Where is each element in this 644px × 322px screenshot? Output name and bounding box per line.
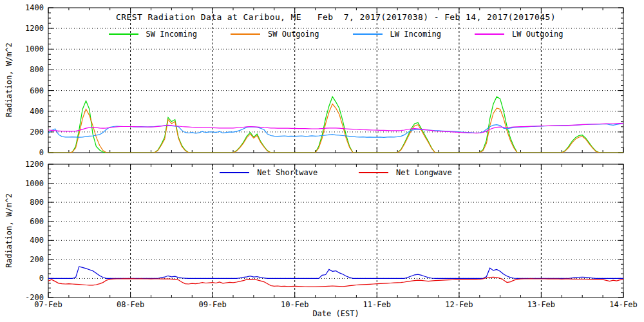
- legend-item: Net Shortwave: [220, 168, 317, 177]
- series-sw-incoming: [48, 97, 623, 153]
- y-axis-label-top: Radiation, W/m^2: [5, 15, 14, 144]
- tick-label: 400: [30, 107, 44, 116]
- legend-line-swatch: [231, 33, 260, 35]
- legend-top: SW IncomingSW OutgoingLW IncomingLW Outg…: [48, 30, 623, 39]
- legend-label: SW Incoming: [146, 30, 197, 39]
- plots-canvas: 0200400600800100012001400-20002004006008…: [0, 0, 644, 322]
- y-tick-labels: 0200400600800100012001400: [25, 3, 44, 157]
- series-net-shortwave: [48, 267, 623, 279]
- tick-label: 800: [30, 198, 44, 207]
- series-net-longwave: [48, 277, 623, 287]
- tick-label: 600: [30, 217, 44, 226]
- plot-frame: [48, 164, 623, 298]
- legend-item: LW Incoming: [353, 30, 441, 39]
- tick-label: 12-Feb: [445, 300, 473, 309]
- tick-label: 0: [39, 274, 44, 283]
- tick-label: 200: [30, 128, 44, 137]
- gridlines-horizontal: [48, 184, 623, 279]
- tick-label: 600: [30, 86, 44, 95]
- legend-label: LW Outgoing: [512, 30, 563, 39]
- legend-line-swatch: [359, 172, 388, 173]
- legend-label: Net Longwave: [396, 168, 452, 177]
- tick-label: 11-Feb: [363, 300, 391, 309]
- legend-line-swatch: [353, 33, 383, 35]
- tick-label: 14-Feb: [609, 300, 637, 309]
- gridlines-horizontal: [48, 28, 623, 132]
- series-lines: [48, 267, 623, 287]
- tick-label: 09-Feb: [198, 300, 226, 309]
- tick-label: 10-Feb: [281, 300, 308, 309]
- tick-label: 1200: [25, 24, 44, 33]
- tick-label: 800: [30, 65, 44, 74]
- x-tick-labels: 07-Feb08-Feb09-Feb10-Feb11-Feb12-Feb13-F…: [34, 300, 637, 309]
- legend-label: SW Outgoing: [268, 30, 319, 39]
- tick-label: 07-Feb: [34, 300, 62, 309]
- plot-panel-bottom: -20002004006008001000120007-Feb08-Feb09-…: [25, 160, 638, 309]
- tick-label: 13-Feb: [527, 300, 555, 309]
- tick-label: 1000: [25, 179, 44, 188]
- x-axis-label: Date (EST): [48, 309, 623, 318]
- chart-title: CREST Radiation Data at Caribou, ME Feb …: [48, 12, 623, 22]
- y-axis-label-bottom: Radiation, W/m^2: [5, 166, 14, 295]
- tick-label: 08-Feb: [117, 300, 144, 309]
- series-lines: [48, 97, 623, 153]
- legend-item: SW Outgoing: [231, 30, 319, 39]
- series-lw-incoming: [48, 124, 623, 138]
- plot-panel-top: 0200400600800100012001400: [25, 3, 623, 157]
- radiation-figure: 0200400600800100012001400-20002004006008…: [0, 0, 644, 322]
- legend-item: LW Outgoing: [475, 30, 563, 39]
- legend-label: LW Incoming: [390, 30, 441, 39]
- legend-line-swatch: [220, 172, 249, 173]
- tick-label: 200: [30, 255, 44, 264]
- legend-item: Net Longwave: [359, 168, 452, 177]
- y-tick-labels: -200020040060080010001200: [25, 160, 44, 302]
- legend-bottom: Net ShortwaveNet Longwave: [48, 168, 623, 177]
- legend-line-swatch: [475, 33, 504, 35]
- legend-line-swatch: [109, 33, 138, 35]
- tick-label: 1400: [25, 3, 44, 12]
- series-lw-outgoing: [48, 124, 623, 133]
- gridlines-vertical: [131, 164, 542, 298]
- tick-label: 0: [39, 148, 44, 157]
- legend-label: Net Shortwave: [257, 168, 317, 177]
- tick-label: 400: [30, 236, 44, 245]
- legend-item: SW Incoming: [109, 30, 197, 39]
- tick-label: 1200: [25, 160, 44, 169]
- axis-ticks: [48, 164, 623, 298]
- tick-label: 1000: [25, 44, 44, 53]
